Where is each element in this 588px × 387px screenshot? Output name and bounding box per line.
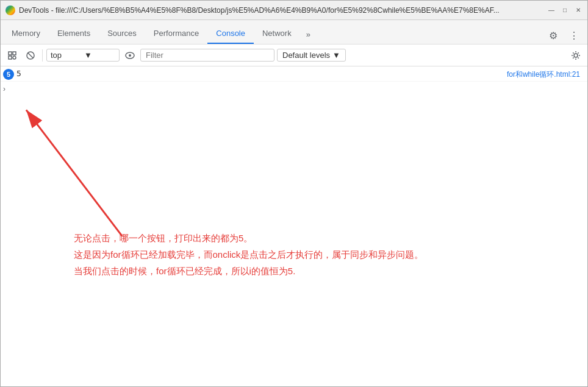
log-value: 5 [16,69,507,78]
svg-point-8 [574,54,578,57]
clear-console-icon[interactable] [23,48,38,63]
settings-icon[interactable]: ⚙ [545,27,562,44]
tab-sources[interactable]: Sources [99,24,145,44]
console-source-link[interactable]: for和while循环.html:21 [507,69,585,80]
default-levels-button[interactable]: Default levels ▼ [277,49,346,62]
title-bar-text: DevTools - file:///C:/Users/%E8%B5%A4%E5… [19,6,547,15]
annotation-line3: 当我们点击的时候，for循环已经完成，所以i的值恒为5. [74,263,423,279]
more-tabs-button[interactable]: » [300,25,317,44]
annotation-text: 无论点击，哪一个按钮，打印出来的都为5。 这是因为for循环已经加载完毕，而on… [74,230,423,279]
title-bar: DevTools - file:///C:/Users/%E8%B5%A4%E5… [1,1,587,20]
tab-console[interactable]: Console [207,24,254,44]
svg-point-7 [129,54,131,57]
context-selector[interactable]: top ▼ [46,49,120,62]
close-button[interactable]: ✕ [574,6,583,15]
console-log-row: 5 5 for和while循环.html:21 [1,66,587,82]
eye-filter-icon[interactable] [122,48,138,63]
tab-bar-right: ⚙ ⋮ [540,27,587,44]
tab-bar: Memory Elements Sources Performance Cons… [1,20,587,44]
tab-network[interactable]: Network [254,24,300,44]
log-count-badge: 5 [3,69,14,80]
annotation-area: 无论点击，哪一个按钮，打印出来的都为5。 这是因为for循环已经加载完毕，而on… [1,96,587,291]
annotation-line1: 无论点击，哪一个按钮，打印出来的都为5。 [74,230,423,246]
context-dropdown-arrow: ▼ [84,51,115,60]
maximize-button[interactable]: □ [561,6,569,15]
console-settings-icon[interactable] [568,48,584,63]
svg-line-10 [26,110,123,236]
inspect-icon[interactable] [4,48,20,63]
tab-elements[interactable]: Elements [49,24,99,44]
svg-rect-0 [9,52,12,55]
main-area: 5 5 for和while循环.html:21 › 无论点击，哪一个按钮，打印出… [1,66,587,387]
svg-point-3 [13,56,16,59]
expand-arrow-icon[interactable]: › [3,85,5,93]
context-label: top [51,51,82,60]
tab-memory[interactable]: Memory [3,24,49,44]
svg-rect-2 [9,56,12,59]
svg-line-5 [28,53,33,58]
expand-row: › [1,82,587,96]
minimize-button[interactable]: — [547,6,556,15]
levels-label: Default levels [282,51,330,60]
levels-arrow: ▼ [332,51,340,60]
svg-rect-1 [13,52,16,55]
tab-performance[interactable]: Performance [145,24,207,44]
toolbar-divider-1 [42,49,43,62]
chrome-icon [5,5,15,15]
annotation-line2: 这是因为for循环已经加载完毕，而onclick是点击之后才执行的，属于同步和异… [74,246,423,263]
filter-input[interactable] [140,49,274,62]
more-options-icon[interactable]: ⋮ [565,27,583,44]
console-toolbar: top ▼ Default levels ▼ [1,44,587,66]
title-bar-controls: — □ ✕ [547,6,583,15]
